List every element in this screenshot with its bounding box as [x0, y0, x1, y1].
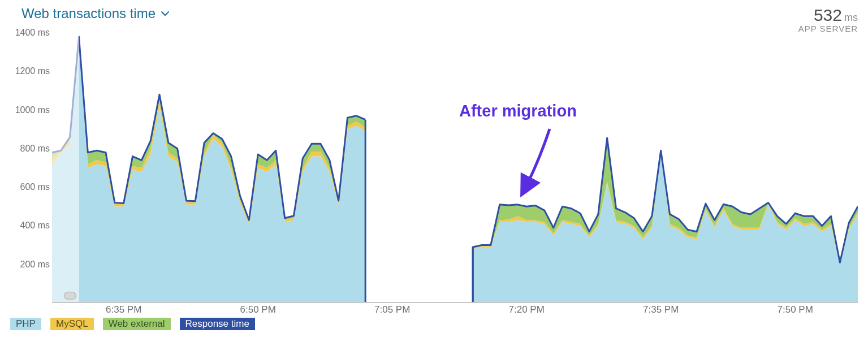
- y-tick-label: 600 ms: [20, 182, 50, 192]
- legend-swatch: Web external: [103, 318, 171, 330]
- legend-item[interactable]: MySQL: [50, 318, 94, 330]
- legend-swatch: PHP: [10, 318, 41, 330]
- x-tick-label: 7:50 PM: [778, 304, 813, 315]
- stat-block: 532ms APP SERVER: [798, 6, 858, 34]
- chevron-down-icon: [161, 11, 169, 16]
- y-axis: 200 ms400 ms600 ms800 ms1000 ms1200 ms14…: [10, 33, 52, 303]
- annotation-arrow-icon: [516, 123, 561, 202]
- chart-title-dropdown[interactable]: Web transactions time: [21, 6, 169, 21]
- chart-title: Web transactions time: [21, 6, 156, 21]
- y-tick-label: 800 ms: [20, 144, 50, 154]
- y-tick-label: 1200 ms: [15, 66, 50, 76]
- time-range-handle[interactable]: [64, 292, 76, 300]
- x-tick-label: 7:35 PM: [643, 304, 679, 315]
- legend-item[interactable]: Web external: [103, 318, 171, 330]
- x-tick-label: 6:35 PM: [106, 304, 141, 315]
- x-tick-label: 7:05 PM: [374, 304, 410, 315]
- legend: PHPMySQLWeb externalResponse time: [10, 318, 255, 330]
- stat-unit: ms: [844, 12, 858, 23]
- chart-container: Web transactions time 532ms APP SERVER 2…: [0, 0, 868, 346]
- chart-header: Web transactions time 532ms APP SERVER: [0, 0, 868, 34]
- x-tick-label: 7:20 PM: [509, 304, 545, 315]
- plot-area[interactable]: [52, 33, 858, 303]
- legend-swatch: Response time: [180, 318, 255, 330]
- y-tick-label: 200 ms: [20, 260, 50, 270]
- chart-area: 200 ms400 ms600 ms800 ms1000 ms1200 ms14…: [10, 33, 858, 303]
- annotation-label: After migration: [459, 102, 577, 120]
- legend-item[interactable]: PHP: [10, 318, 41, 330]
- stat-value: 532: [814, 6, 842, 24]
- x-tick-label: 6:50 PM: [240, 304, 276, 315]
- selection-fade: [52, 33, 79, 303]
- x-axis-line: [52, 302, 858, 303]
- x-axis: 6:35 PM6:50 PM7:05 PM7:20 PM7:35 PM7:50 …: [52, 304, 858, 318]
- y-tick-label: 1400 ms: [15, 28, 50, 38]
- y-tick-label: 1000 ms: [15, 105, 50, 115]
- legend-item[interactable]: Response time: [180, 318, 255, 330]
- legend-swatch: MySQL: [50, 318, 94, 330]
- y-tick-label: 400 ms: [20, 220, 50, 231]
